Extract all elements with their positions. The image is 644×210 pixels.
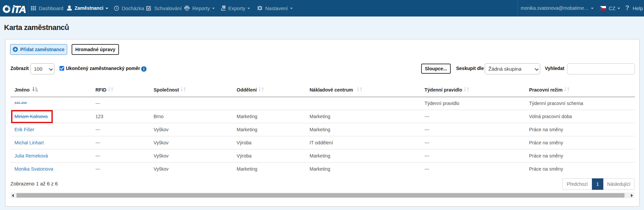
- svg-text:iTA: iTA: [12, 4, 26, 15]
